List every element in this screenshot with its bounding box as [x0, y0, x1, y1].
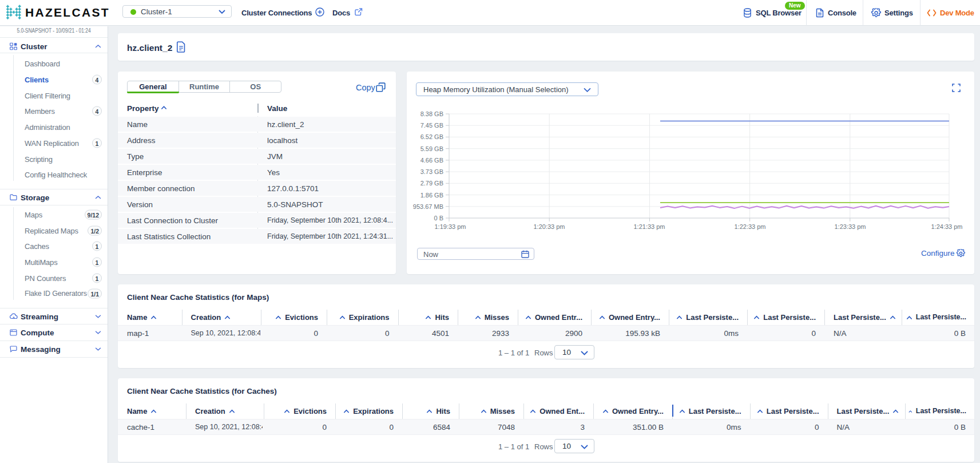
svg-text:1.86 GB: 1.86 GB	[420, 192, 443, 199]
svg-text:1:19:33 pm: 1:19:33 pm	[434, 223, 466, 230]
svg-text:7.45 GB: 7.45 GB	[420, 122, 443, 129]
svg-text:6.52 GB: 6.52 GB	[420, 133, 443, 140]
svg-text:5.59 GB: 5.59 GB	[420, 145, 443, 152]
svg-text:0 B: 0 B	[434, 215, 443, 221]
svg-text:4.66 GB: 4.66 GB	[420, 157, 443, 164]
svg-text:2.79 GB: 2.79 GB	[420, 180, 443, 187]
svg-text:1:24:33 pm: 1:24:33 pm	[931, 223, 962, 230]
svg-text:8.38 GB: 8.38 GB	[420, 110, 443, 117]
svg-text:1:20:33 pm: 1:20:33 pm	[533, 223, 565, 230]
svg-text:953.67 MB: 953.67 MB	[413, 203, 443, 210]
svg-text:3.73 GB: 3.73 GB	[420, 168, 443, 175]
svg-text:1:22:33 pm: 1:22:33 pm	[734, 223, 765, 230]
svg-text:1:23:33 pm: 1:23:33 pm	[834, 223, 866, 230]
svg-text:1:21:33 pm: 1:21:33 pm	[633, 223, 665, 230]
